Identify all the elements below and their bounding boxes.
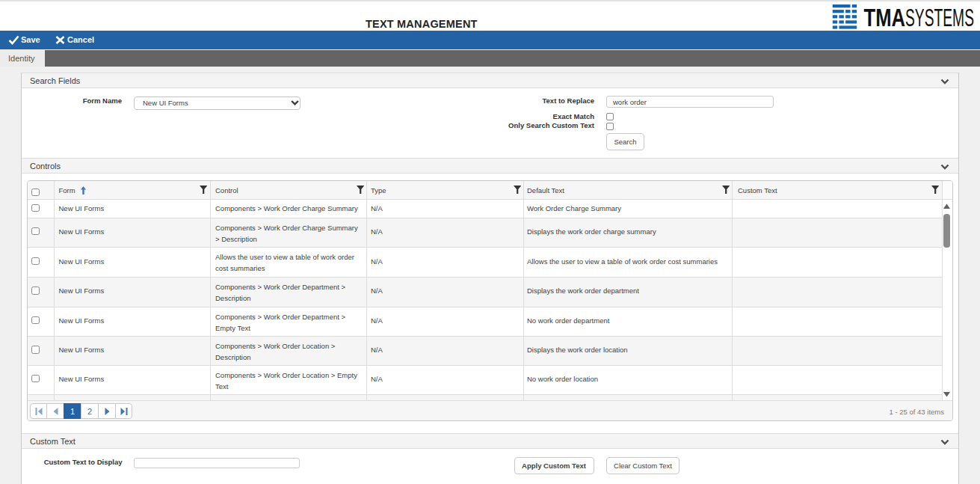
svg-text:TMA: TMA	[864, 4, 906, 30]
svg-text:SYSTEMS: SYSTEMS	[905, 4, 974, 30]
